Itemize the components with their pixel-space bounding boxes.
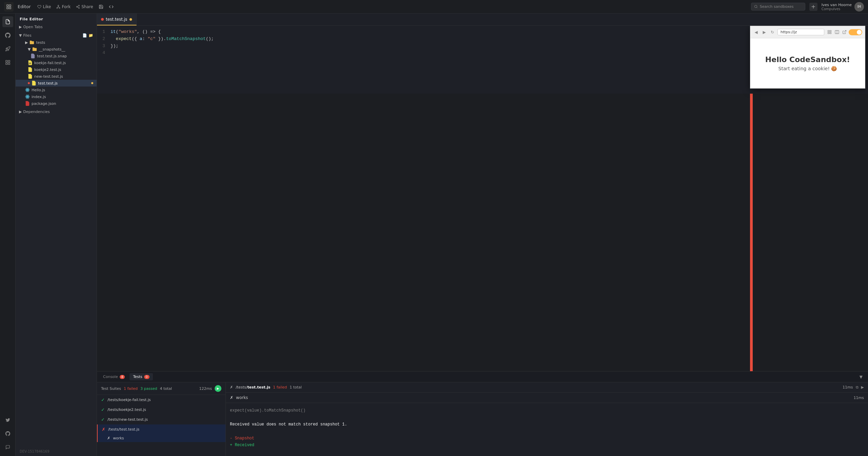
editor-title: Editor <box>18 4 31 9</box>
check-icon: ✓ <box>101 417 105 422</box>
sidebar-icon-grid[interactable] <box>2 57 13 68</box>
test-item-koekje-fail[interactable]: ✓ /tests/koekje-fail.test.js <box>97 395 225 405</box>
file-new-test[interactable]: new-test.test.js <box>16 73 97 80</box>
right-failed: 1 failed <box>273 385 287 390</box>
sidebar-icon-files[interactable] <box>2 16 13 27</box>
avatar: IH <box>854 2 864 12</box>
tab-test-test-js[interactable]: test.test.js ● <box>97 14 137 25</box>
svg-line-14 <box>77 6 78 6</box>
share-button[interactable]: Share <box>76 4 93 9</box>
share-label: Share <box>81 4 93 9</box>
browser-external-icon[interactable] <box>841 29 847 35</box>
test-run-button[interactable]: ▶ <box>215 385 221 392</box>
file-koekje2[interactable]: koekje2.test.js <box>16 66 97 73</box>
sidebar-icon-twitter[interactable] <box>2 415 13 425</box>
open-tabs-toggle[interactable]: ▶ Open Tabs <box>16 23 97 31</box>
folder-snapshots[interactable]: ▼ __snapshots__ <box>16 46 97 53</box>
folder-tests-label: tests <box>36 40 45 45</box>
browser-back[interactable]: ◀ <box>753 29 759 35</box>
sidebar-icon-chat[interactable] <box>2 442 13 453</box>
file-test-test[interactable]: test.test.js <box>16 80 97 87</box>
browser-preview: ◀ ▶ ↻ https://jz <box>750 26 865 89</box>
test-right-panel: ✗ /tests/test.test.js 1 failed 1 total 1… <box>226 382 868 456</box>
editor-area: test.test.js ● 1 it("works", () => { 2 e… <box>97 14 868 456</box>
file-snap[interactable]: test.test.js.snap <box>16 53 97 59</box>
panel-content: Test Suites 1 failed 3 passed 4 total 12… <box>97 382 868 456</box>
browser-split-icon[interactable] <box>834 29 840 35</box>
app-logo[interactable] <box>4 2 14 12</box>
run-icon[interactable]: ▶ <box>861 385 864 390</box>
deploy-button[interactable] <box>109 4 114 9</box>
search-box[interactable]: Search sandboxes <box>751 3 805 11</box>
files-toggle[interactable]: ▼ Files 📄 📁 <box>16 32 97 39</box>
test-timer: 122ms <box>199 386 212 391</box>
icon-sidebar-bottom <box>2 415 13 456</box>
fork-button[interactable]: Fork <box>56 4 71 9</box>
browser-forward[interactable]: ▶ <box>761 29 767 35</box>
right-timer: 11ms <box>843 385 853 390</box>
file-index[interactable]: index.js <box>16 93 97 100</box>
browser-files-icon[interactable] <box>826 29 832 35</box>
sidebar-icon-rocket[interactable] <box>2 43 13 54</box>
save-button[interactable] <box>99 4 103 9</box>
test-item-test-test[interactable]: ✗ /tests/test.test.js <box>97 424 225 434</box>
browser-heading: Hello CodeSandbox! <box>765 55 850 64</box>
console-tab[interactable]: Console 8 <box>100 373 128 380</box>
test-passed-stat: 3 passed <box>140 386 157 391</box>
svg-point-6 <box>59 7 60 8</box>
folder-icon: ▶ <box>25 40 28 45</box>
line-content-3: }); <box>111 43 118 50</box>
check-icon: ✓ <box>101 407 105 412</box>
svg-rect-1 <box>9 5 11 6</box>
cross-icon: ✗ <box>102 427 105 432</box>
svg-line-13 <box>77 7 78 7</box>
main-area: File Editor ▶ Open Tabs ▼ Files 📄 📁 ▶ t <box>0 14 868 456</box>
output-line-3: Received value does not match stored sna… <box>230 421 864 428</box>
editor-main: 1 it("works", () => { 2 expect({ a: "c" … <box>97 26 868 371</box>
svg-line-16 <box>756 7 757 8</box>
output-line-2 <box>230 414 864 421</box>
user-sub: Compulves <box>822 7 852 11</box>
svg-point-15 <box>754 5 757 7</box>
test-sub-item-works[interactable]: ✗ works <box>97 434 225 442</box>
files-label: Files <box>23 33 31 38</box>
test-sub-label: works <box>113 436 124 440</box>
file-koekje-fail[interactable]: JS koekje-fail.test.js <box>16 59 97 66</box>
new-folder-icon[interactable]: 📁 <box>88 33 93 38</box>
new-file-icon[interactable]: 📄 <box>82 33 87 38</box>
topbar: Editor Like Fork Share Search sandboxes … <box>0 0 868 14</box>
open-tabs-chevron: ▶ <box>19 25 22 29</box>
test-item-koekje2[interactable]: ✓ /tests/koekje2.test.js <box>97 405 225 415</box>
output-line-7 <box>230 449 864 455</box>
dependencies-toggle[interactable]: ▶ Dependencies <box>16 108 97 115</box>
like-button[interactable]: Like <box>37 4 51 9</box>
panel-expand[interactable]: ▼ <box>857 375 865 379</box>
dev-label: DEV-1517846169 <box>16 447 97 456</box>
file-package[interactable]: package.json <box>16 100 97 107</box>
tests-badge: 0 <box>144 375 150 379</box>
tests-tab[interactable]: Tests 0 <box>130 373 153 380</box>
open-tabs-section: ▶ Open Tabs <box>16 23 97 32</box>
line-num-1: 1 <box>97 28 111 36</box>
file-hello[interactable]: Hello.js <box>16 87 97 93</box>
sidebar-icon-github[interactable] <box>2 30 13 41</box>
test-item-new-test[interactable]: ✓ /tests/new-test.test.js <box>97 415 225 424</box>
folder-snapshots-chevron: ▼ <box>28 47 31 52</box>
tabs-bar: test.test.js ● <box>97 14 868 26</box>
folder-tests[interactable]: ▶ tests <box>16 39 97 46</box>
browser-url[interactable]: https://jz <box>777 29 824 35</box>
browser-toggle[interactable] <box>849 29 862 35</box>
svg-text:JS: JS <box>28 62 31 65</box>
sidebar-icon-github-bottom[interactable] <box>2 428 13 439</box>
add-button[interactable]: + <box>809 3 817 11</box>
svg-rect-0 <box>7 5 8 6</box>
line-content-1: it("works", () => { <box>111 28 161 36</box>
browser-toggle-knob <box>857 30 862 35</box>
check-icon: ✓ <box>101 397 105 402</box>
svg-point-22 <box>27 89 28 91</box>
copy-icon[interactable]: ⧉ <box>856 385 859 390</box>
icon-sidebar <box>0 14 16 456</box>
test-suites-header: Test Suites 1 failed 3 passed 4 total 12… <box>97 382 225 395</box>
browser-refresh[interactable]: ↻ <box>769 29 775 35</box>
cross-icon: ✗ <box>107 436 110 440</box>
